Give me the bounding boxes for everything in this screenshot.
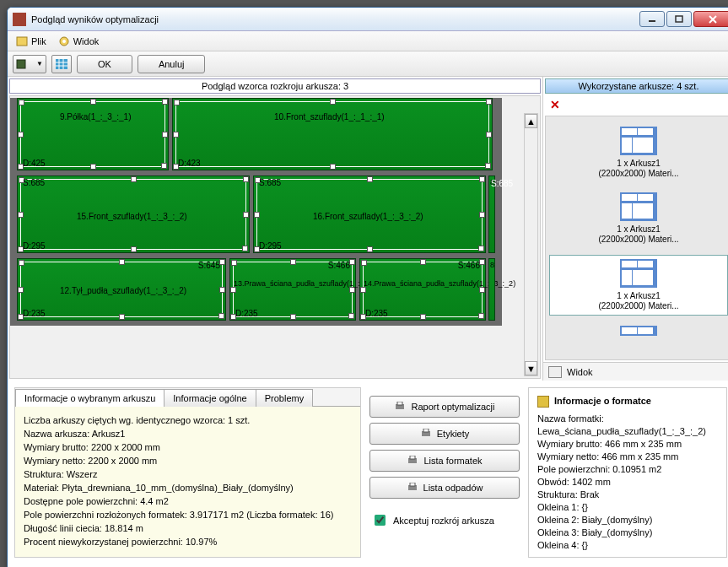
svg-rect-14	[397, 402, 402, 405]
menu-view[interactable]: Widok	[53, 34, 105, 49]
actions-column: Raport optymalizacji Etykiety Lista form…	[364, 387, 525, 558]
used-sheets-column: Wykorzystane arkusze: 4 szt. ✕ 1 x Arkus…	[543, 77, 728, 381]
printer-icon	[407, 456, 418, 466]
maximize-button[interactable]	[666, 11, 692, 27]
printer-icon	[407, 483, 418, 493]
format-icon	[537, 396, 549, 408]
minimize-button[interactable]	[639, 11, 665, 27]
printer-icon	[394, 402, 406, 412]
labels-button[interactable]: Etykiety	[369, 423, 520, 445]
sheet-thumb-icon	[620, 326, 657, 336]
sheet-item[interactable]: 1 x Arkusz1 (2200x2000) Materi...	[549, 189, 728, 248]
accept-row: Akceptuj rozkrój arkusza	[369, 504, 520, 537]
format-title: Informacje o formatce	[554, 395, 651, 408]
delete-sheet-icon[interactable]: ✕	[550, 98, 560, 111]
used-sheets-toolbar: ✕	[543, 95, 728, 114]
waste-list-button[interactable]: Lista odpadów	[369, 477, 520, 499]
svg-rect-7	[17, 60, 25, 68]
preview-scrollbar[interactable]: ▲ ▼	[524, 113, 538, 376]
menubar: Plik Widok	[8, 31, 728, 51]
scroll-up-icon[interactable]: ▲	[525, 114, 537, 128]
svg-point-6	[62, 40, 66, 43]
used-sheets-footer: Widok	[543, 362, 728, 381]
used-sheets-header: Wykorzystane arkusze: 4 szt.	[545, 78, 728, 94]
info-panel: Informacje o wybranym arkuszu Informacje…	[14, 387, 361, 558]
close-button[interactable]	[693, 11, 728, 27]
cutting-preview[interactable]: 9.Półka(1_:_3_:_1) D:425 10.Front_szufla…	[9, 95, 541, 379]
menu-file[interactable]: Plik	[11, 34, 51, 49]
view-icon[interactable]	[548, 366, 562, 378]
printer-icon	[420, 429, 432, 439]
preview-header: Podgląd wzorca rozkroju arkusza: 3	[9, 78, 541, 94]
svg-rect-4	[17, 37, 27, 46]
chevron-down-icon: ▼	[36, 60, 43, 68]
info-body: Liczba arkuszy ciętych wg. identycznego …	[15, 407, 360, 557]
sheet-thumb-icon	[620, 127, 657, 155]
ok-button[interactable]: OK	[77, 55, 132, 73]
sheet-item[interactable]	[549, 322, 728, 343]
toolbar: ▼ OK Anuluj	[8, 51, 728, 77]
tab-general[interactable]: Informacje ogólne	[164, 389, 256, 407]
report-button[interactable]: Raport optymalizacji	[369, 396, 520, 418]
format-info-panel: Informacje o formatce Nazwa formatki: Le…	[528, 387, 727, 558]
accept-checkbox[interactable]	[375, 515, 386, 526]
sheet-item[interactable]: 1 x Arkusz1 (2200x2000) Materi...	[549, 255, 728, 316]
window-title: Podgląd wyników optymalizacji	[31, 14, 638, 24]
tab-problems[interactable]: Problemy	[256, 389, 313, 407]
toolbar-grid-button[interactable]	[51, 55, 72, 73]
svg-rect-8	[56, 59, 67, 69]
app-window: Podgląd wyników optymalizacji Plik Widok…	[7, 7, 728, 567]
grid-icon	[56, 59, 67, 69]
toolbar-dropdown[interactable]: ▼	[13, 55, 46, 73]
sheet-item[interactable]: 1 x Arkusz1 (2200x2000) Materi...	[549, 123, 728, 182]
cancel-button[interactable]: Anuluj	[138, 55, 206, 73]
info-tabs: Informacje o wybranym arkuszu Informacje…	[15, 388, 360, 407]
file-icon	[16, 35, 28, 47]
app-icon	[13, 13, 26, 26]
pieces-list-button[interactable]: Lista formatek	[369, 450, 520, 472]
sheet-thumb-icon	[620, 192, 657, 221]
list-icon	[16, 59, 26, 69]
tab-selected-sheet[interactable]: Informacje o wybranym arkuszu	[15, 389, 164, 407]
used-sheets-list[interactable]: 1 x Arkusz1 (2200x2000) Materi... 1 x Ar…	[545, 116, 728, 360]
gear-icon	[58, 35, 70, 47]
svg-rect-20	[410, 483, 415, 486]
preview-column: Podgląd wzorca rozkroju arkusza: 3 9.Pół…	[8, 77, 543, 381]
svg-rect-18	[410, 456, 415, 459]
svg-rect-16	[423, 429, 429, 432]
titlebar: Podgląd wyników optymalizacji	[8, 8, 728, 31]
scroll-down-icon[interactable]: ▼	[525, 361, 537, 375]
sheet-thumb-icon	[620, 259, 657, 288]
svg-rect-1	[676, 16, 682, 22]
